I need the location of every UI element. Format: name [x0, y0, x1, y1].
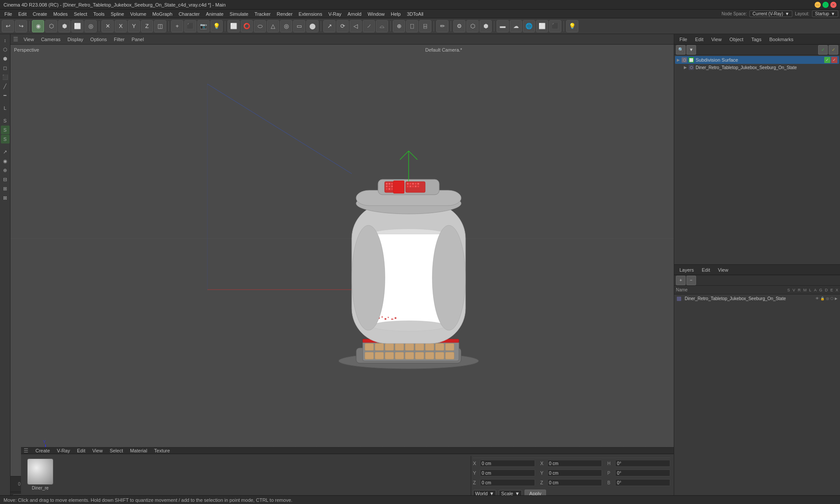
tab-bookmarks[interactable]: Bookmarks: [766, 36, 797, 43]
viewport-menu-view[interactable]: View: [22, 37, 36, 42]
bottom-menu-texture[interactable]: Texture: [152, 448, 172, 453]
bottom-menu-create[interactable]: Create: [34, 448, 52, 453]
layer-icon-3[interactable]: ◎: [826, 297, 829, 301]
menu-mograph[interactable]: MoGraph: [150, 11, 175, 17]
bulb-button[interactable]: 💡: [566, 20, 578, 32]
rotate-tool-button[interactable]: Z: [141, 20, 153, 32]
close-button[interactable]: ✕: [830, 2, 836, 8]
bottom-menu-material[interactable]: Material: [128, 448, 149, 453]
move-icon[interactable]: ↕: [1, 36, 10, 45]
layers-remove-icon[interactable]: −: [686, 276, 696, 285]
paint-icon[interactable]: ⬛: [1, 73, 10, 81]
twist-button[interactable]: ⟳: [336, 20, 349, 32]
undo-button[interactable]: ↩: [2, 20, 14, 32]
tool2-icon[interactable]: ⊟: [1, 175, 10, 184]
checkmark-icon1[interactable]: ✓: [818, 45, 828, 55]
vis-on-icon[interactable]: ✓: [824, 57, 830, 63]
menu-edit[interactable]: Edit: [16, 11, 29, 17]
z-rot-field[interactable]: 0 cm: [547, 479, 602, 486]
backdrop-button[interactable]: ⬜: [536, 20, 548, 32]
viewport-menu-panel[interactable]: Panel: [130, 37, 146, 42]
cylinder-button[interactable]: ⬭: [254, 20, 266, 32]
sky-button[interactable]: ☁: [510, 20, 522, 32]
bool-button[interactable]: ⊕: [393, 20, 405, 32]
bottom-menu-view[interactable]: View: [91, 448, 105, 453]
viewport-menu-icon[interactable]: ☰: [13, 36, 18, 42]
null-button[interactable]: ⬛: [184, 20, 196, 32]
disc-button[interactable]: ⬤: [306, 20, 318, 32]
extrude-button[interactable]: ⎕: [406, 20, 418, 32]
menu-character[interactable]: Character: [176, 11, 202, 17]
ruler-icon[interactable]: L: [1, 104, 10, 112]
menu-window[interactable]: Window: [365, 11, 387, 17]
camera-button[interactable]: 📷: [197, 20, 210, 32]
edges-mode-button[interactable]: ⬢: [58, 20, 70, 32]
tab-layers-view[interactable]: View: [714, 266, 732, 273]
transform-tool-button[interactable]: ◫: [154, 20, 166, 32]
menu-3dtoall[interactable]: 3DToAll: [404, 11, 426, 17]
x-pos-field[interactable]: 0 cm: [480, 460, 535, 467]
select-icon[interactable]: ⬡: [1, 45, 10, 54]
menu-spline[interactable]: Spline: [108, 11, 127, 17]
bend-button[interactable]: ↗: [323, 20, 336, 32]
layer-item-jukebox[interactable]: Diner_Retro_Tabletop_Jukebox_Seeburg_On_…: [675, 295, 839, 302]
light-button[interactable]: 💡: [210, 20, 223, 32]
scale-tool-button[interactable]: Y: [128, 20, 140, 32]
render-viewport-button[interactable]: ⬡: [466, 20, 479, 32]
filter-icon[interactable]: ▼: [686, 45, 696, 55]
menu-animate[interactable]: Animate: [203, 11, 226, 17]
layer-icon-2[interactable]: 🔒: [820, 297, 825, 301]
cube-button[interactable]: ⬜: [228, 20, 240, 32]
env-button[interactable]: 🌐: [523, 20, 535, 32]
viewport-menu-filter[interactable]: Filter: [112, 37, 126, 42]
viewport-menu-options[interactable]: Options: [88, 37, 108, 42]
shear-button[interactable]: ⟋: [363, 20, 375, 32]
select-tool-button[interactable]: ✕: [102, 20, 114, 32]
sweep-button[interactable]: ⌸: [419, 20, 431, 32]
bottom-menu-edit[interactable]: Edit: [75, 448, 87, 453]
menu-extensions[interactable]: Extensions: [296, 11, 325, 17]
x-rot-field[interactable]: 0 cm: [547, 460, 602, 467]
tool4-icon[interactable]: ⊠: [1, 193, 10, 202]
skey-icon[interactable]: S: [1, 116, 10, 125]
tab-tags[interactable]: Tags: [748, 36, 765, 43]
maximize-button[interactable]: □: [822, 2, 829, 8]
taper-button[interactable]: ◁: [350, 20, 362, 32]
torus-button[interactable]: ◎: [280, 20, 292, 32]
redo-button[interactable]: ↪: [15, 20, 27, 32]
model-mode-button[interactable]: ◉: [32, 20, 44, 32]
y-pos-field[interactable]: 0 cm: [480, 469, 535, 476]
layers-add-icon[interactable]: +: [676, 276, 686, 285]
twist2-icon[interactable]: ◉: [1, 157, 10, 165]
add-button[interactable]: +: [171, 20, 183, 32]
polygon-select-icon[interactable]: ◻: [1, 63, 10, 72]
points-mode-button[interactable]: ⬡: [45, 20, 57, 32]
tool3-icon[interactable]: ⊞: [1, 184, 10, 193]
render-button[interactable]: ⬢: [480, 20, 492, 32]
minimize-button[interactable]: —: [815, 2, 821, 8]
layer-icon-5[interactable]: ▶: [835, 297, 837, 301]
menu-create[interactable]: Create: [30, 11, 50, 17]
z-pos-field[interactable]: 0 cm: [480, 479, 535, 486]
plane-button[interactable]: ▭: [293, 20, 305, 32]
layer-icon-4[interactable]: ⬡: [830, 297, 833, 301]
lasso-icon[interactable]: ⬢: [1, 54, 10, 63]
material-thumbnail[interactable]: [27, 458, 53, 485]
skey3-icon[interactable]: S: [1, 135, 10, 144]
menu-tools[interactable]: Tools: [91, 11, 107, 17]
tab-layers-edit[interactable]: Edit: [698, 266, 714, 273]
search-icon[interactable]: 🔍: [676, 45, 686, 55]
bottom-menu-vray[interactable]: V-Ray: [55, 448, 72, 453]
nodespace-dropdown[interactable]: Current (V-Ray) ▼: [749, 10, 792, 17]
menu-volume[interactable]: Volume: [128, 11, 149, 17]
layer-icon-1[interactable]: 👁: [816, 297, 819, 301]
bottom-menu-icon[interactable]: ☰: [24, 448, 28, 454]
tree-item-subdivision[interactable]: ▶ ⬡ ⬜ Subdivision Surface ✓ ✓: [675, 56, 839, 64]
menu-vray[interactable]: V-Ray: [326, 11, 344, 17]
viewport-menu-display[interactable]: Display: [66, 37, 85, 42]
bridge-icon[interactable]: ━: [1, 91, 10, 100]
menu-arnold[interactable]: Arnold: [345, 11, 364, 17]
menu-tracker[interactable]: Tracker: [252, 11, 273, 17]
sphere-button[interactable]: ⭕: [241, 20, 253, 32]
tab-file[interactable]: File: [676, 36, 691, 43]
